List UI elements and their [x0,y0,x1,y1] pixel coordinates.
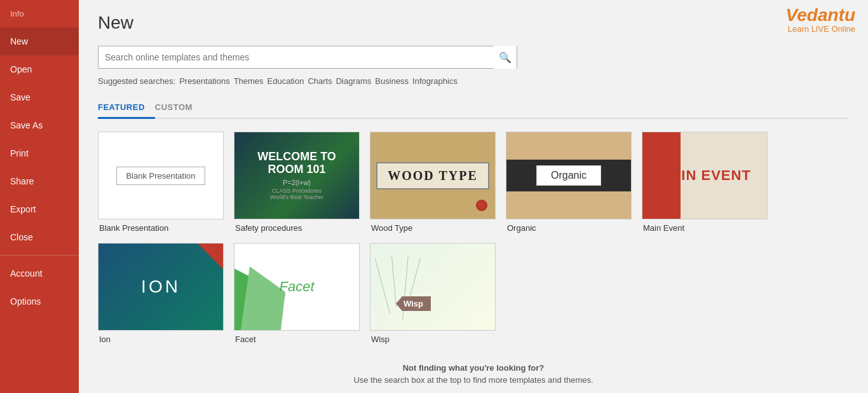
template-wood[interactable]: WOOD TYPE Wood Type [370,132,496,233]
template-safety-thumb: WELCOME TOROOM 101 P=2(l+w) CLASS Proced… [234,132,360,219]
template-organic[interactable]: Organic Organic [506,132,632,233]
suggested-charts[interactable]: Charts [308,76,332,86]
organic-paper: Organic [536,165,601,186]
template-blank[interactable]: Blank Presentation Blank Presentation [98,132,224,233]
main-content: Vedantu Learn LIVE Online New 🔍 Suggeste… [79,0,868,393]
sidebar-item-print[interactable]: Print [0,139,79,167]
sidebar: Info New Open Save Save As Print Share E… [0,0,79,393]
search-container: 🔍 [98,46,517,69]
wisp-arrow: Wisp [396,296,431,311]
template-main-event-thumb: MAIN EVENT [642,132,768,219]
search-button[interactable]: 🔍 [494,46,517,69]
page-title: New [98,13,849,33]
suggested-business[interactable]: Business [375,76,409,86]
logo-tagline: Learn LIVE Online [786,24,855,34]
tab-featured[interactable]: FEATURED [98,97,155,119]
suggested-diagrams[interactable]: Diagrams [336,76,372,86]
footer: Not finding what you're looking for? Use… [98,363,849,385]
template-blank-thumb: Blank Presentation [98,132,224,219]
sidebar-item-account[interactable]: Account [0,259,79,287]
sidebar-item-save[interactable]: Save [0,83,79,111]
template-facet-thumb: Facet [234,243,360,331]
facet-text: Facet [279,279,314,295]
blank-inner-label: Blank Presentation [116,167,205,185]
sidebar-item-save-as[interactable]: Save As [0,111,79,139]
template-main-event-name: Main Event [642,223,768,233]
safety-sub: CLASS ProceduresWorld's Best Teacher [257,188,336,200]
tab-custom[interactable]: CUSTOM [155,97,203,119]
wood-text: WOOD TYPE [388,169,478,183]
template-wood-thumb: WOOD TYPE [370,132,496,219]
ion-corner [198,244,223,269]
template-main-event[interactable]: MAIN EVENT Main Event [642,132,768,233]
template-wisp-name: Wisp [370,334,496,344]
template-ion-name: Ion [98,334,224,344]
template-organic-name: Organic [506,223,632,233]
sidebar-item-open[interactable]: Open [0,55,79,83]
search-input[interactable] [98,52,494,62]
template-safety[interactable]: WELCOME TOROOM 101 P=2(l+w) CLASS Proced… [234,132,360,233]
sidebar-item-export[interactable]: Export [0,195,79,223]
sidebar-item-share[interactable]: Share [0,167,79,195]
template-blank-name: Blank Presentation [98,223,224,233]
footer-sub: Use the search box at the top to find mo… [98,375,849,385]
safety-eq: P=2(l+w) [257,179,336,186]
logo: Vedantu Learn LIVE Online [786,6,855,34]
main-event-text: MAIN EVENT [658,167,751,184]
ion-text: ION [141,277,180,297]
suggested-presentations[interactable]: Presentations [179,76,230,86]
tabs-row: FEATURED CUSTOM [98,97,849,119]
sidebar-info-label: Info [0,0,79,27]
logo-name: Vedantu [786,6,855,24]
template-safety-name: Safety procedures [234,223,360,233]
template-facet[interactable]: Facet Facet [234,243,360,344]
suggested-education[interactable]: Education [268,76,304,86]
template-grid: Blank Presentation Blank Presentation WE… [98,132,849,344]
sidebar-item-options[interactable]: Options [0,287,79,315]
suggested-label: Suggested searches: [98,76,175,86]
template-wisp-thumb: Wisp [370,243,496,331]
wood-pin [476,200,487,211]
wood-inner: WOOD TYPE [376,162,489,190]
safety-heading: WELCOME TOROOM 101 [257,151,336,176]
footer-main: Not finding what you're looking for? [98,363,849,373]
sidebar-item-close[interactable]: Close [0,223,79,251]
template-ion-thumb: ION [98,243,224,331]
template-ion[interactable]: ION Ion [98,243,224,344]
suggested-infographics[interactable]: Infographics [412,76,458,86]
template-organic-thumb: Organic [506,132,632,219]
template-wisp[interactable]: Wisp Wisp [370,243,496,344]
template-facet-name: Facet [234,334,360,344]
suggested-themes[interactable]: Themes [234,76,264,86]
sidebar-item-new[interactable]: New [0,27,79,55]
suggested-searches: Suggested searches: Presentations Themes… [98,76,849,86]
template-wood-name: Wood Type [370,223,496,233]
